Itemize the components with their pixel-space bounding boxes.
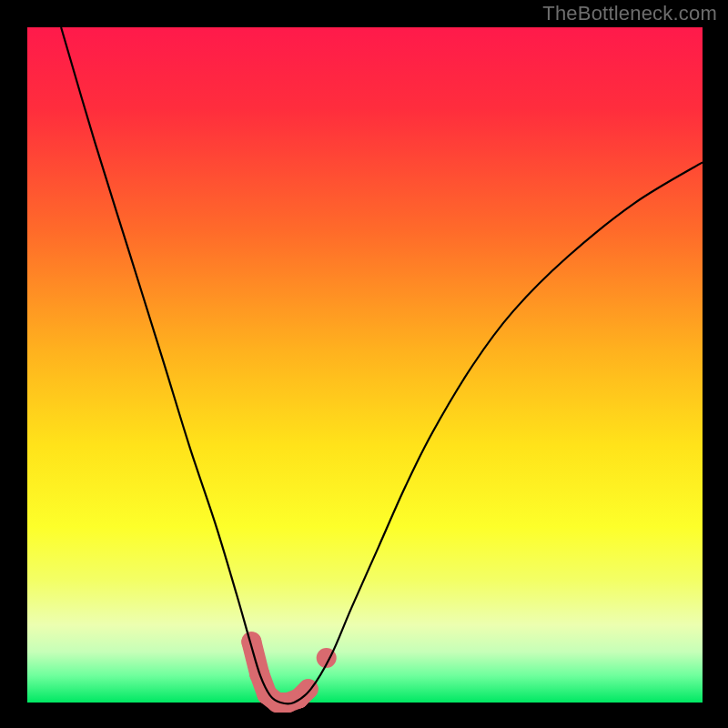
gradient-background: [27, 27, 703, 703]
chart-frame: TheBottleneck.com: [0, 0, 728, 728]
bottleneck-chart: [0, 0, 728, 728]
watermark-text: TheBottleneck.com: [542, 2, 717, 25]
